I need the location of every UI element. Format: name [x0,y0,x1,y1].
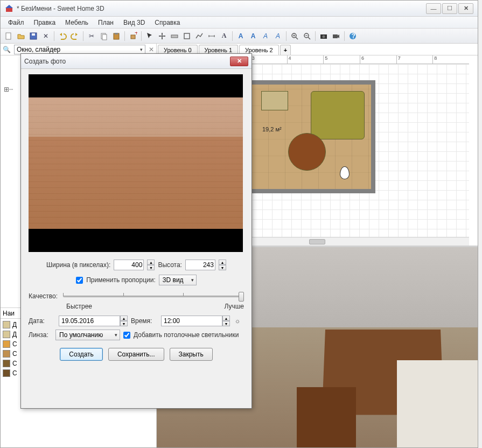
new-icon[interactable] [3,30,15,42]
time-spinner[interactable]: ▲▼ [222,316,230,326]
v3d-armchair [397,360,478,447]
furniture-sofa[interactable] [311,91,365,139]
photo-preview [29,74,243,252]
svg-rect-0 [6,8,12,12]
time-label: Время: [131,317,158,325]
close-search-icon[interactable]: ✕ [149,46,154,53]
redo-icon[interactable] [69,30,81,42]
lens-select[interactable]: По умолчанию [55,330,120,340]
polyline-icon[interactable] [193,30,205,42]
aspect-select[interactable]: 3D вид [159,275,197,285]
menu-plan[interactable]: План [94,18,118,27]
toolbar: ✕ ✂ + A A A A A ? [1,29,478,44]
settings-icon[interactable]: ✕ [40,30,52,42]
ceiling-label: Добавить потолочные светильники [134,331,239,339]
zoom-out-icon[interactable] [301,30,313,42]
date-label: Дата: [29,317,55,325]
time-input[interactable]: 12:00 [161,316,222,326]
italic-icon[interactable]: A [260,30,271,42]
date-input[interactable]: 19.05.2016 [59,316,120,326]
menu-help[interactable]: Справка [150,18,184,27]
quality-fast-label: Быстрее [66,303,92,310]
select-icon[interactable] [144,30,156,42]
catalog-selected: Окно, слайдер [17,46,60,53]
copy-icon[interactable] [98,30,110,42]
svg-text:+: + [135,32,137,37]
pan-icon[interactable] [156,30,168,42]
help-icon[interactable]: ? [347,30,359,42]
undo-icon[interactable] [57,30,68,42]
menu-edit[interactable]: Правка [30,18,60,27]
slider-thumb[interactable] [239,292,244,302]
width-spinner[interactable]: ▲▼ [147,260,155,270]
app-icon [5,4,13,13]
svg-point-11 [162,35,163,37]
tab-add[interactable]: + [280,45,291,55]
video-icon[interactable] [330,30,342,42]
text-add-icon[interactable]: A [235,30,247,42]
search-icon[interactable]: 🔍 [3,46,11,53]
height-input[interactable] [185,260,215,270]
room-area-label: 19,2 м² [262,126,282,132]
add-furniture-icon[interactable]: + [127,30,139,42]
lens-label: Линза: [29,331,52,339]
maximize-button[interactable]: ☐ [442,3,457,14]
open-icon[interactable] [15,30,27,42]
close-dialog-button[interactable]: Закрыть [170,348,213,361]
svg-marker-1 [5,5,13,8]
room-icon[interactable] [181,30,193,42]
svg-line-15 [296,37,298,39]
save-icon[interactable] [27,30,39,42]
height-spinner[interactable]: ▲▼ [219,260,226,270]
photo-icon[interactable] [318,30,330,42]
svg-rect-2 [6,33,11,39]
svg-rect-13 [184,33,190,39]
dialog-titlebar[interactable]: Создать фото ✕ [21,54,252,69]
close-button[interactable]: ✕ [458,3,473,14]
v3d-chair [297,387,356,447]
svg-rect-6 [102,34,107,40]
date-spinner[interactable]: ▲▼ [120,316,128,326]
quality-label: Качество: [29,292,58,300]
svg-rect-4 [32,33,35,36]
aspect-label: Применить пропорции: [86,276,156,284]
dialog-close-button[interactable]: ✕ [230,57,248,66]
text-icon[interactable]: A [218,30,230,42]
svg-rect-12 [171,35,178,38]
furniture-desk[interactable] [261,91,288,110]
create-button[interactable]: Создать [60,348,103,361]
width-input[interactable] [114,260,144,270]
catalog-dropdown[interactable]: Окно, слайдер ▾ [14,45,145,54]
zoom-in-icon[interactable] [289,30,301,42]
window-title: * БезИмени - Sweet Home 3D [17,5,426,12]
width-label: Ширина (в пикселах): [46,261,110,269]
menu-file[interactable]: Файл [4,18,29,27]
menu-furniture[interactable]: Мебель [61,18,93,27]
text-style-icon[interactable]: A [272,30,284,42]
svg-rect-8 [115,33,118,34]
cut-icon[interactable]: ✂ [86,30,97,42]
svg-line-19 [308,37,310,39]
furniture-table[interactable] [288,133,326,171]
paste-icon[interactable] [110,30,122,42]
quality-slider[interactable] [63,291,244,302]
save-button[interactable]: Сохранить... [108,348,164,361]
sun-icon[interactable]: ☼ [233,317,242,325]
dialog-title: Создать фото [24,58,230,65]
camera-icon[interactable] [340,166,350,179]
minimize-button[interactable]: ― [426,3,441,14]
svg-text:?: ? [352,32,355,40]
tree-expand-icon[interactable]: ⊞┄ [4,86,13,93]
ceiling-checkbox[interactable] [123,332,130,339]
height-label: Высота: [158,261,182,269]
menubar: Файл Правка Мебель План Вид 3D Справка [1,17,478,29]
svg-point-22 [323,35,325,38]
bold-icon[interactable]: A [247,30,259,42]
menu-3dview[interactable]: Вид 3D [119,18,149,27]
titlebar: * БезИмени - Sweet Home 3D ― ☐ ✕ [1,1,478,17]
wall-icon[interactable] [169,30,180,42]
chevron-down-icon: ▾ [140,47,143,52]
aspect-checkbox[interactable] [76,277,83,284]
svg-rect-23 [333,34,338,38]
dimension-icon[interactable] [206,30,218,42]
